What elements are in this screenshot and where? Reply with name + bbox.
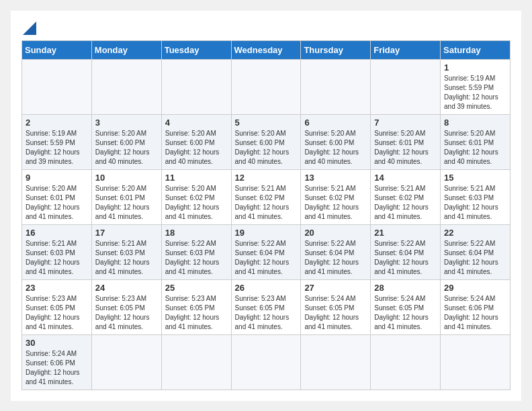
- day-info: Sunrise: 5:20 AM Sunset: 6:00 PM Dayligh…: [165, 130, 220, 165]
- calendar-cell: [91, 60, 161, 115]
- day-info: Sunrise: 5:22 AM Sunset: 6:04 PM Dayligh…: [374, 240, 429, 275]
- day-info: Sunrise: 5:20 AM Sunset: 6:00 PM Dayligh…: [304, 130, 359, 165]
- header: [21, 21, 511, 35]
- calendar-cell: 15Sunrise: 5:21 AM Sunset: 6:03 PM Dayli…: [441, 170, 511, 225]
- calendar-cell: 6Sunrise: 5:20 AM Sunset: 6:00 PM Daylig…: [301, 115, 371, 170]
- calendar-cell: 25Sunrise: 5:23 AM Sunset: 6:05 PM Dayli…: [161, 280, 231, 335]
- day-number: 5: [235, 118, 298, 128]
- weekday-header-wednesday: Wednesday: [231, 41, 301, 60]
- day-number: 9: [26, 173, 88, 183]
- day-number: 2: [26, 118, 88, 128]
- calendar-cell: [231, 335, 301, 390]
- weekday-header-thursday: Thursday: [301, 41, 371, 60]
- calendar-cell: [301, 60, 371, 115]
- calendar-cell: 30Sunrise: 5:24 AM Sunset: 6:06 PM Dayli…: [22, 335, 92, 390]
- day-info: Sunrise: 5:24 AM Sunset: 6:05 PM Dayligh…: [374, 295, 429, 330]
- day-number: 8: [444, 118, 506, 128]
- calendar-cell: 23Sunrise: 5:23 AM Sunset: 6:05 PM Dayli…: [22, 280, 92, 335]
- day-number: 16: [26, 228, 88, 238]
- calendar-cell: 8Sunrise: 5:20 AM Sunset: 6:01 PM Daylig…: [441, 115, 511, 170]
- day-number: 27: [304, 283, 367, 293]
- day-number: 7: [374, 118, 437, 128]
- calendar-cell: 17Sunrise: 5:21 AM Sunset: 6:03 PM Dayli…: [91, 225, 161, 280]
- day-number: 18: [165, 228, 228, 238]
- day-info: Sunrise: 5:23 AM Sunset: 6:05 PM Dayligh…: [95, 295, 150, 330]
- day-info: Sunrise: 5:20 AM Sunset: 6:01 PM Dayligh…: [26, 185, 80, 220]
- day-info: Sunrise: 5:22 AM Sunset: 6:04 PM Dayligh…: [235, 240, 290, 275]
- calendar-cell: [441, 335, 511, 390]
- calendar-cell: [301, 335, 371, 390]
- day-number: 21: [374, 228, 437, 238]
- calendar-cell: 13Sunrise: 5:21 AM Sunset: 6:02 PM Dayli…: [301, 170, 371, 225]
- day-number: 10: [95, 173, 158, 183]
- day-number: 28: [374, 283, 437, 293]
- calendar-cell: 5Sunrise: 5:20 AM Sunset: 6:00 PM Daylig…: [231, 115, 301, 170]
- calendar-cell: 7Sunrise: 5:20 AM Sunset: 6:01 PM Daylig…: [371, 115, 441, 170]
- day-number: 24: [95, 283, 158, 293]
- day-number: 19: [235, 228, 298, 238]
- weekday-header-monday: Monday: [91, 41, 161, 60]
- day-number: 14: [374, 173, 437, 183]
- logo-triangle-icon: [23, 21, 36, 35]
- calendar-cell: 29Sunrise: 5:24 AM Sunset: 6:06 PM Dayli…: [441, 280, 511, 335]
- calendar-week-row: 9Sunrise: 5:20 AM Sunset: 6:01 PM Daylig…: [22, 170, 511, 225]
- calendar-week-row: 30Sunrise: 5:24 AM Sunset: 6:06 PM Dayli…: [22, 335, 511, 390]
- calendar-cell: 28Sunrise: 5:24 AM Sunset: 6:05 PM Dayli…: [371, 280, 441, 335]
- calendar-cell: 9Sunrise: 5:20 AM Sunset: 6:01 PM Daylig…: [22, 170, 92, 225]
- day-number: 1: [444, 62, 506, 73]
- day-info: Sunrise: 5:23 AM Sunset: 6:05 PM Dayligh…: [235, 295, 290, 330]
- day-number: 11: [165, 173, 228, 183]
- calendar-week-row: 23Sunrise: 5:23 AM Sunset: 6:05 PM Dayli…: [22, 280, 511, 335]
- logo: [21, 21, 36, 35]
- calendar-cell: [91, 335, 161, 390]
- day-number: 15: [444, 173, 506, 183]
- day-info: Sunrise: 5:24 AM Sunset: 6:06 PM Dayligh…: [444, 295, 498, 330]
- day-info: Sunrise: 5:19 AM Sunset: 5:59 PM Dayligh…: [444, 75, 498, 110]
- day-info: Sunrise: 5:22 AM Sunset: 6:04 PM Dayligh…: [444, 240, 498, 275]
- day-number: 4: [165, 118, 228, 128]
- day-info: Sunrise: 5:23 AM Sunset: 6:05 PM Dayligh…: [26, 295, 80, 330]
- calendar-week-row: 2Sunrise: 5:19 AM Sunset: 5:59 PM Daylig…: [22, 115, 511, 170]
- day-number: 20: [304, 228, 367, 238]
- calendar-cell: 19Sunrise: 5:22 AM Sunset: 6:04 PM Dayli…: [231, 225, 301, 280]
- calendar-cell: 3Sunrise: 5:20 AM Sunset: 6:00 PM Daylig…: [91, 115, 161, 170]
- weekday-header-tuesday: Tuesday: [161, 41, 231, 60]
- day-info: Sunrise: 5:22 AM Sunset: 6:04 PM Dayligh…: [304, 240, 359, 275]
- calendar-cell: 1Sunrise: 5:19 AM Sunset: 5:59 PM Daylig…: [441, 60, 511, 115]
- calendar-cell: 22Sunrise: 5:22 AM Sunset: 6:04 PM Dayli…: [441, 225, 511, 280]
- calendar-week-row: 16Sunrise: 5:21 AM Sunset: 6:03 PM Dayli…: [22, 225, 511, 280]
- weekday-header-sunday: Sunday: [22, 41, 92, 60]
- day-info: Sunrise: 5:21 AM Sunset: 6:03 PM Dayligh…: [95, 240, 150, 275]
- day-info: Sunrise: 5:21 AM Sunset: 6:03 PM Dayligh…: [444, 185, 498, 220]
- calendar-cell: 18Sunrise: 5:22 AM Sunset: 6:03 PM Dayli…: [161, 225, 231, 280]
- day-number: 3: [95, 118, 158, 128]
- day-info: Sunrise: 5:22 AM Sunset: 6:03 PM Dayligh…: [165, 240, 220, 275]
- day-info: Sunrise: 5:21 AM Sunset: 6:02 PM Dayligh…: [304, 185, 359, 220]
- day-info: Sunrise: 5:20 AM Sunset: 6:00 PM Dayligh…: [95, 130, 150, 165]
- calendar-cell: 10Sunrise: 5:20 AM Sunset: 6:01 PM Dayli…: [91, 170, 161, 225]
- day-info: Sunrise: 5:23 AM Sunset: 6:05 PM Dayligh…: [165, 295, 220, 330]
- day-number: 26: [235, 283, 298, 293]
- calendar-cell: 27Sunrise: 5:24 AM Sunset: 6:05 PM Dayli…: [301, 280, 371, 335]
- day-number: 12: [235, 173, 298, 183]
- day-number: 13: [304, 173, 367, 183]
- calendar-cell: [22, 60, 92, 115]
- calendar-cell: 14Sunrise: 5:21 AM Sunset: 6:02 PM Dayli…: [371, 170, 441, 225]
- day-info: Sunrise: 5:24 AM Sunset: 6:05 PM Dayligh…: [304, 295, 359, 330]
- weekday-header-friday: Friday: [371, 41, 441, 60]
- day-number: 30: [26, 338, 88, 348]
- calendar-cell: 11Sunrise: 5:20 AM Sunset: 6:02 PM Dayli…: [161, 170, 231, 225]
- svg-marker-0: [23, 21, 36, 35]
- day-number: 23: [26, 283, 88, 293]
- day-number: 22: [444, 228, 506, 238]
- day-info: Sunrise: 5:19 AM Sunset: 5:59 PM Dayligh…: [26, 130, 80, 165]
- day-number: 29: [444, 283, 506, 293]
- day-info: Sunrise: 5:21 AM Sunset: 6:02 PM Dayligh…: [235, 185, 290, 220]
- calendar-cell: 21Sunrise: 5:22 AM Sunset: 6:04 PM Dayli…: [371, 225, 441, 280]
- day-info: Sunrise: 5:21 AM Sunset: 6:03 PM Dayligh…: [26, 240, 80, 275]
- calendar-cell: [161, 335, 231, 390]
- calendar-cell: [231, 60, 301, 115]
- day-info: Sunrise: 5:20 AM Sunset: 6:01 PM Dayligh…: [95, 185, 150, 220]
- day-number: 6: [304, 118, 367, 128]
- day-info: Sunrise: 5:20 AM Sunset: 6:01 PM Dayligh…: [444, 130, 498, 165]
